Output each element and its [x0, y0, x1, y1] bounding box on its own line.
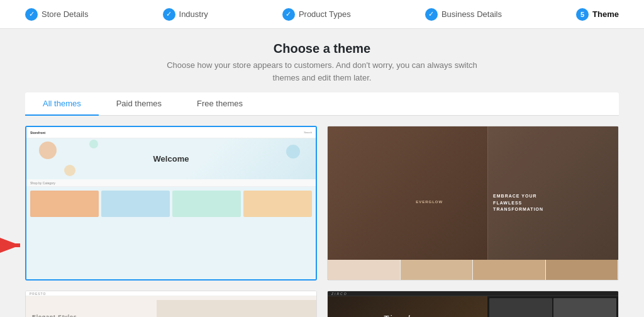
sf-categories: Shop by Category — [26, 179, 316, 187]
elegant-header: PRESTO — [26, 291, 316, 296]
theme-card-elegant: PRESTO Elegant Styles — [25, 291, 317, 317]
main-content: Choose a theme Choose how your store app… — [0, 29, 644, 317]
step-check-icon: ✓ — [282, 8, 295, 21]
step-check-icon: ✓ — [25, 8, 38, 21]
step-label: Industry — [179, 9, 208, 19]
timeless-header: ZIRCO — [328, 291, 618, 296]
page-heading: Choose a theme Choose how your store app… — [25, 42, 619, 84]
theme-card-timeless: ZIRCO Timeless. — [327, 291, 619, 317]
everglow-info: Everglow $79.00 per year Choose Live dem… — [328, 280, 618, 281]
storefront-preview: Storefront Search Welcome Shop by Catego… — [26, 127, 316, 279]
tab-free-themes[interactable]: Free themes — [179, 92, 260, 116]
tab-paid-themes[interactable]: Paid themes — [99, 92, 179, 116]
timeless-product-grid — [487, 296, 618, 317]
step-theme[interactable]: 5 Theme — [576, 8, 619, 21]
timeless-product1 — [489, 298, 552, 317]
elegant-image-area — [157, 300, 316, 317]
tab-all-themes[interactable]: All themes — [25, 92, 99, 116]
everglow-hero-text: EVERGLOW — [416, 199, 443, 207]
step-industry[interactable]: ✓ Industry — [163, 8, 208, 21]
timeless-preview: ZIRCO Timeless. — [328, 291, 618, 317]
timeless-text: Timeless. — [383, 314, 432, 317]
everglow-products — [328, 260, 618, 280]
page-title: Choose a theme — [25, 42, 619, 56]
timeless-hero: Timeless. — [328, 296, 487, 317]
step-store-details[interactable]: ✓ Store Details — [25, 8, 88, 21]
step-business-details[interactable]: ✓ Business Details — [425, 8, 502, 21]
elegant-content: Elegant Styles — [26, 300, 316, 317]
page-subtitle: Choose how your store appears to custome… — [25, 59, 619, 84]
red-arrow-annotation — [0, 233, 25, 258]
theme-tabs: All themes Paid themes Free themes — [25, 92, 619, 116]
step-label: Business Details — [441, 9, 502, 19]
theme-card-everglow: EMBRACE YOURFLAWLESSTRANSFORMATION EVERG… — [327, 126, 619, 281]
theme-grid: Storefront Search Welcome Shop by Catego… — [25, 126, 619, 317]
step-check-icon: ✓ — [163, 8, 175, 21]
sf-products-row — [26, 187, 316, 221]
sf-header: Storefront Search — [26, 127, 316, 138]
timeless-row1 — [489, 298, 616, 317]
step-product-types[interactable]: ✓ Product Types — [282, 8, 351, 21]
timeless-product2 — [553, 298, 616, 317]
sf-hero: Welcome — [26, 138, 316, 179]
timeless-main-image: Timeless. — [328, 296, 487, 317]
everglow-panel: EMBRACE YOURFLAWLESSTRANSFORMATION — [487, 126, 618, 280]
elegant-preview: PRESTO Elegant Styles — [26, 291, 316, 317]
elegant-heading: Elegant Styles — [32, 314, 77, 317]
everglow-preview: EMBRACE YOURFLAWLESSTRANSFORMATION EVERG… — [328, 126, 618, 280]
step-label: Theme — [592, 9, 619, 19]
step-label: Product Types — [299, 9, 351, 19]
step-check-icon: ✓ — [425, 8, 438, 21]
step-label: Store Details — [42, 9, 88, 19]
theme-card-storefront: Storefront Search Welcome Shop by Catego… — [25, 126, 317, 281]
step-number: 5 — [576, 8, 589, 21]
storefront-info: Storefront Currently active theme Contin… — [26, 279, 316, 281]
stepper: ✓ Store Details ✓ Industry ✓ Product Typ… — [0, 0, 644, 29]
elegant-text-area: Elegant Styles — [32, 314, 77, 317]
